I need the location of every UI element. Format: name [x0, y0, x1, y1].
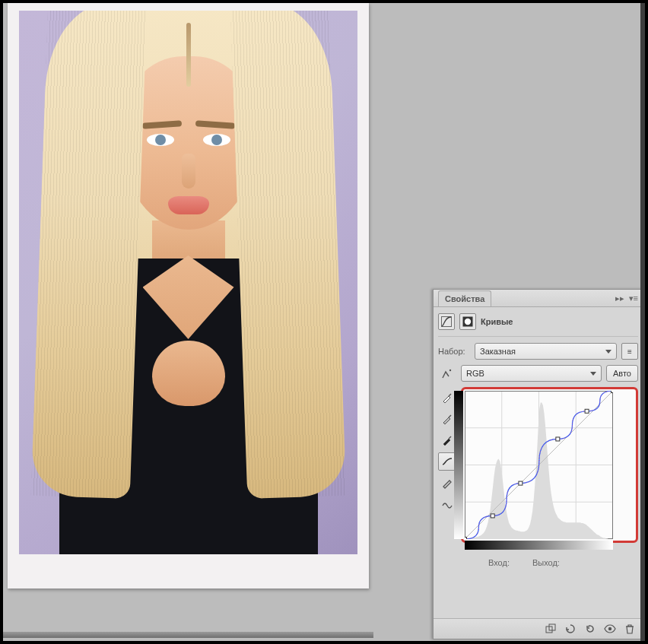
output-gradient — [454, 391, 463, 539]
auto-button[interactable]: Авто — [606, 365, 638, 382]
app-stage: Свойства ▸▸ ▾≡ Кривые Набор: Заказная — [3, 3, 645, 641]
panel-tabbar: Свойства ▸▸ ▾≡ — [434, 290, 643, 307]
properties-panel: Свойства ▸▸ ▾≡ Кривые Набор: Заказная — [433, 289, 643, 639]
svg-rect-17 — [611, 391, 614, 393]
portrait-placeholder — [75, 11, 303, 554]
input-gradient — [465, 541, 613, 550]
dock-strip — [640, 3, 645, 641]
tab-properties[interactable]: Свойства — [438, 290, 491, 306]
chevron-down-icon — [590, 372, 596, 376]
photo-frame — [8, 3, 369, 588]
panel-menu-icon[interactable]: ▾≡ — [629, 293, 638, 303]
preset-value: Заказная — [480, 347, 516, 356]
channel-select[interactable]: RGB — [461, 365, 602, 382]
output-label: Выход: — [532, 558, 560, 567]
canvas-area[interactable] — [3, 3, 373, 638]
canvas-bottom-shadow — [3, 632, 373, 638]
chevron-down-icon — [605, 350, 611, 354]
preset-label: Набор: — [438, 347, 470, 356]
svg-rect-12 — [465, 538, 467, 540]
preset-row: Набор: Заказная ≡ — [438, 343, 638, 360]
svg-rect-16 — [585, 409, 589, 413]
curves-svg — [465, 391, 613, 539]
curves-graph-highlight — [461, 387, 638, 543]
svg-point-20 — [608, 627, 611, 630]
channel-row: RGB Авто — [438, 364, 638, 382]
photo — [19, 11, 357, 554]
svg-point-3 — [449, 370, 451, 371]
clip-to-layer-icon[interactable] — [544, 622, 557, 636]
panel-footer — [434, 618, 643, 639]
view-previous-icon[interactable] — [564, 622, 577, 636]
delete-icon[interactable] — [623, 622, 637, 636]
preset-select[interactable]: Заказная — [475, 343, 617, 360]
visibility-icon[interactable] — [603, 622, 617, 636]
workspace-gap — [373, 3, 433, 638]
collapse-icon[interactable]: ▸▸ — [615, 293, 624, 303]
svg-rect-15 — [556, 437, 560, 441]
svg-point-2 — [465, 319, 471, 325]
adjustment-header: Кривые — [438, 312, 638, 337]
preset-menu-button[interactable]: ≡ — [621, 343, 638, 360]
svg-rect-14 — [519, 481, 523, 485]
curves-graph[interactable] — [465, 391, 613, 539]
channel-value: RGB — [466, 369, 484, 378]
target-adjust-icon[interactable] — [438, 364, 456, 382]
reset-icon[interactable] — [583, 622, 597, 636]
mask-icon — [459, 313, 476, 330]
adjustment-title: Кривые — [481, 317, 513, 326]
input-label: Вход: — [488, 558, 510, 567]
svg-rect-13 — [491, 514, 494, 518]
curves-icon — [438, 313, 455, 330]
